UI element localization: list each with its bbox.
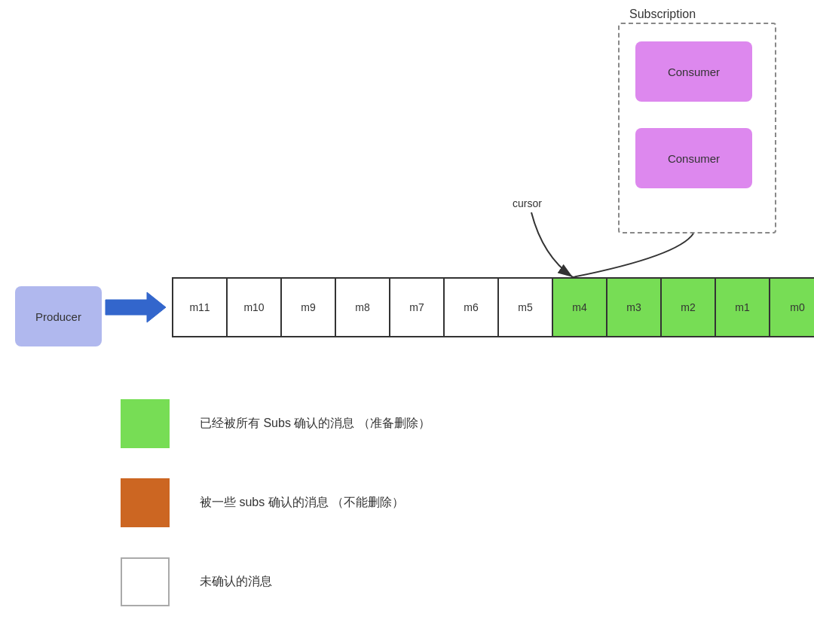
legend-item-orange: 被一些 subs 确认的消息 （不能删除） (121, 478, 430, 527)
queue-cell-m1: m1 (716, 279, 770, 336)
legend-item-white: 未确认的消息 (121, 557, 430, 606)
message-queue: m11m10m9m8m7m6m5m4m3m2m1m0 (172, 277, 814, 337)
queue-cell-m2: m2 (662, 279, 716, 336)
consumer-1-box: Consumer (635, 41, 752, 102)
queue-cell-m5: m5 (499, 279, 553, 336)
legend-white-text: 未确认的消息 (200, 574, 272, 590)
legend-item-green: 已经被所有 Subs 确认的消息 （准备删除） (121, 399, 430, 448)
legend: 已经被所有 Subs 确认的消息 （准备删除） 被一些 subs 确认的消息 （… (121, 399, 430, 636)
legend-orange-box (121, 478, 170, 527)
producer-to-queue-arrow (106, 292, 166, 322)
producer-box: Producer (15, 286, 102, 346)
queue-cell-m8: m8 (336, 279, 390, 336)
queue-cell-m9: m9 (282, 279, 336, 336)
producer-label: Producer (35, 310, 81, 323)
cursor-label: cursor (513, 197, 542, 209)
legend-green-box (121, 399, 170, 448)
queue-cell-m3: m3 (607, 279, 662, 336)
queue-cell-m6: m6 (445, 279, 499, 336)
legend-orange-text: 被一些 subs 确认的消息 （不能删除） (200, 495, 404, 511)
cursor-arrow (531, 212, 573, 277)
main-container: Subscription Consumer Consumer Producer … (0, 0, 814, 644)
legend-green-text: 已经被所有 Subs 确认的消息 （准备删除） (200, 416, 430, 432)
queue-cell-m11: m11 (173, 279, 228, 336)
queue-cell-m0: m0 (770, 279, 814, 336)
consumer-2-box: Consumer (635, 128, 752, 188)
subscription-to-queue-arrow (573, 233, 693, 277)
subscription-label: Subscription (629, 8, 696, 21)
queue-cell-m7: m7 (390, 279, 445, 336)
consumer-1-label: Consumer (668, 66, 720, 78)
consumer-2-label: Consumer (668, 152, 720, 165)
queue-cell-m4: m4 (553, 279, 607, 336)
queue-cell-m10: m10 (228, 279, 282, 336)
legend-white-box (121, 557, 170, 606)
